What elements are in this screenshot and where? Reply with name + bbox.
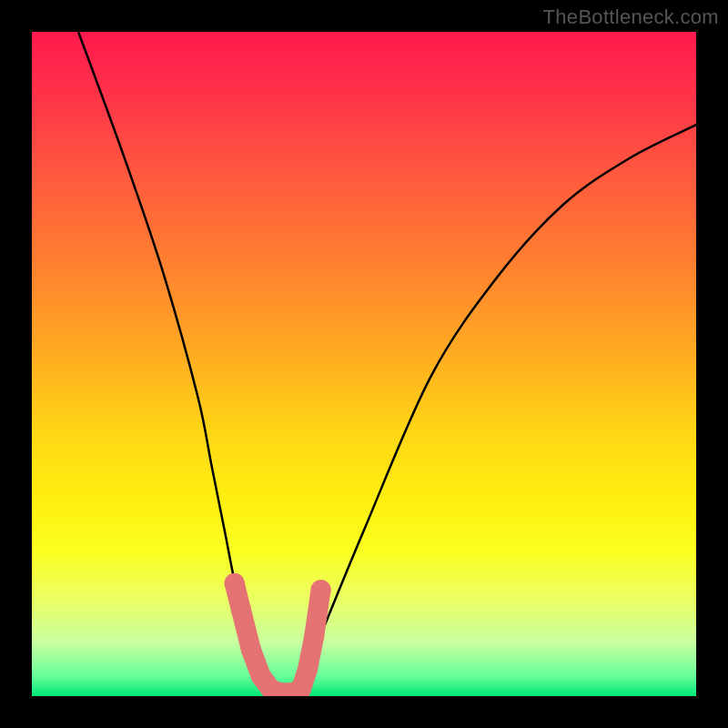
highlight-marker-stroke [235,583,321,693]
highlight-marker [231,600,251,620]
highlight-marker [251,666,271,686]
highlight-marker [304,626,324,646]
highlight-marker [298,660,318,680]
highlight-marker [241,640,261,660]
bottleneck-curve-path [78,32,696,696]
chart-plot-area [32,32,696,696]
highlight-marker [311,580,331,600]
bottleneck-curve-svg [32,32,696,696]
highlight-marker [281,682,301,696]
highlight-marker [271,682,291,696]
highlight-markers [225,573,331,696]
watermark-text: TheBottleneck.com [543,5,719,29]
highlight-marker [225,573,245,593]
highlight-marker [291,680,311,696]
highlight-marker [261,680,281,696]
